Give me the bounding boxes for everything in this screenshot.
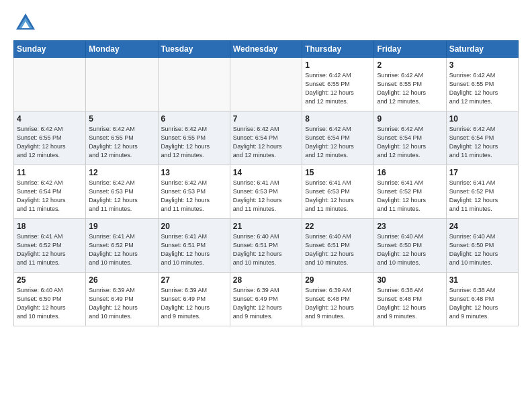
day-info: Sunrise: 6:42 AM Sunset: 6:55 PM Dayligh… — [449, 71, 515, 106]
day-number: 20 — [161, 222, 227, 231]
day-number: 7 — [233, 114, 299, 124]
calendar-week-1: 1Sunrise: 6:42 AM Sunset: 6:55 PM Daylig… — [14, 58, 519, 111]
calendar-cell: 13Sunrise: 6:42 AM Sunset: 6:53 PM Dayli… — [158, 165, 230, 219]
day-info: Sunrise: 6:40 AM Sunset: 6:50 PM Dayligh… — [17, 286, 83, 321]
day-info: Sunrise: 6:42 AM Sunset: 6:55 PM Dayligh… — [161, 125, 227, 160]
calendar-cell: 2Sunrise: 6:42 AM Sunset: 6:55 PM Daylig… — [374, 58, 446, 111]
calendar-cell: 29Sunrise: 6:39 AM Sunset: 6:48 PM Dayli… — [302, 273, 374, 326]
day-number: 4 — [17, 114, 83, 124]
calendar-cell: 23Sunrise: 6:40 AM Sunset: 6:50 PM Dayli… — [374, 219, 446, 273]
day-info: Sunrise: 6:41 AM Sunset: 6:51 PM Dayligh… — [161, 232, 227, 267]
calendar-cell: 26Sunrise: 6:39 AM Sunset: 6:49 PM Dayli… — [86, 273, 158, 326]
day-number: 19 — [89, 222, 154, 231]
day-info: Sunrise: 6:42 AM Sunset: 6:54 PM Dayligh… — [449, 125, 515, 160]
calendar-cell: 11Sunrise: 6:42 AM Sunset: 6:54 PM Dayli… — [14, 165, 86, 219]
page: Sunday Monday Tuesday Wednesday Thursday… — [0, 0, 532, 411]
day-number: 9 — [377, 114, 443, 124]
col-tuesday: Tuesday — [158, 41, 230, 58]
day-info: Sunrise: 6:42 AM Sunset: 6:54 PM Dayligh… — [233, 125, 299, 160]
day-number: 28 — [233, 275, 299, 285]
day-number: 3 — [449, 60, 515, 70]
day-number: 14 — [233, 168, 299, 177]
day-number: 30 — [377, 275, 443, 285]
day-number: 6 — [161, 114, 227, 124]
day-info: Sunrise: 6:42 AM Sunset: 6:54 PM Dayligh… — [17, 179, 83, 214]
day-number: 18 — [17, 222, 83, 231]
day-info: Sunrise: 6:38 AM Sunset: 6:48 PM Dayligh… — [377, 286, 443, 321]
day-number: 1 — [305, 60, 371, 70]
day-number: 29 — [305, 275, 371, 285]
day-info: Sunrise: 6:42 AM Sunset: 6:55 PM Dayligh… — [17, 125, 83, 160]
day-info: Sunrise: 6:41 AM Sunset: 6:52 PM Dayligh… — [89, 232, 154, 267]
calendar-cell: 1Sunrise: 6:42 AM Sunset: 6:55 PM Daylig… — [302, 58, 374, 111]
calendar-cell: 12Sunrise: 6:42 AM Sunset: 6:53 PM Dayli… — [86, 165, 158, 219]
col-monday: Monday — [86, 41, 158, 58]
day-number: 5 — [89, 114, 154, 124]
day-number: 16 — [377, 168, 443, 177]
header — [13, 11, 519, 35]
col-wednesday: Wednesday — [230, 41, 302, 58]
day-info: Sunrise: 6:42 AM Sunset: 6:55 PM Dayligh… — [89, 125, 154, 160]
day-number: 2 — [377, 60, 443, 70]
calendar-cell: 24Sunrise: 6:40 AM Sunset: 6:50 PM Dayli… — [446, 219, 518, 273]
calendar-table: Sunday Monday Tuesday Wednesday Thursday… — [13, 40, 519, 326]
calendar-cell: 17Sunrise: 6:41 AM Sunset: 6:52 PM Dayli… — [446, 165, 518, 219]
day-info: Sunrise: 6:38 AM Sunset: 6:48 PM Dayligh… — [449, 286, 515, 321]
day-info: Sunrise: 6:41 AM Sunset: 6:52 PM Dayligh… — [449, 179, 515, 214]
day-number: 15 — [305, 168, 371, 177]
calendar-cell: 3Sunrise: 6:42 AM Sunset: 6:55 PM Daylig… — [446, 58, 518, 111]
calendar-cell: 27Sunrise: 6:39 AM Sunset: 6:49 PM Dayli… — [158, 273, 230, 326]
day-info: Sunrise: 6:40 AM Sunset: 6:50 PM Dayligh… — [377, 232, 443, 267]
day-number: 26 — [89, 275, 154, 285]
calendar-cell: 5Sunrise: 6:42 AM Sunset: 6:55 PM Daylig… — [86, 111, 158, 165]
day-info: Sunrise: 6:39 AM Sunset: 6:48 PM Dayligh… — [305, 286, 371, 321]
calendar-cell: 21Sunrise: 6:40 AM Sunset: 6:51 PM Dayli… — [230, 219, 302, 273]
day-number: 12 — [89, 168, 154, 177]
day-number: 8 — [305, 114, 371, 124]
calendar-cell: 28Sunrise: 6:39 AM Sunset: 6:49 PM Dayli… — [230, 273, 302, 326]
calendar-cell: 9Sunrise: 6:42 AM Sunset: 6:54 PM Daylig… — [374, 111, 446, 165]
day-info: Sunrise: 6:40 AM Sunset: 6:51 PM Dayligh… — [233, 232, 299, 267]
calendar-week-4: 18Sunrise: 6:41 AM Sunset: 6:52 PM Dayli… — [14, 219, 519, 273]
calendar-cell: 30Sunrise: 6:38 AM Sunset: 6:48 PM Dayli… — [374, 273, 446, 326]
calendar-header-row: Sunday Monday Tuesday Wednesday Thursday… — [14, 41, 519, 58]
day-info: Sunrise: 6:42 AM Sunset: 6:54 PM Dayligh… — [305, 125, 371, 160]
calendar-cell — [230, 58, 302, 111]
day-info: Sunrise: 6:39 AM Sunset: 6:49 PM Dayligh… — [161, 286, 227, 321]
calendar-week-5: 25Sunrise: 6:40 AM Sunset: 6:50 PM Dayli… — [14, 273, 519, 326]
day-info: Sunrise: 6:42 AM Sunset: 6:54 PM Dayligh… — [377, 125, 443, 160]
calendar-cell: 19Sunrise: 6:41 AM Sunset: 6:52 PM Dayli… — [86, 219, 158, 273]
day-number: 23 — [377, 222, 443, 231]
calendar-cell: 25Sunrise: 6:40 AM Sunset: 6:50 PM Dayli… — [14, 273, 86, 326]
calendar-cell — [158, 58, 230, 111]
calendar-cell: 16Sunrise: 6:41 AM Sunset: 6:52 PM Dayli… — [374, 165, 446, 219]
col-saturday: Saturday — [446, 41, 518, 58]
col-sunday: Sunday — [14, 41, 86, 58]
day-info: Sunrise: 6:39 AM Sunset: 6:49 PM Dayligh… — [89, 286, 154, 321]
day-info: Sunrise: 6:40 AM Sunset: 6:51 PM Dayligh… — [305, 232, 371, 267]
calendar-cell — [86, 58, 158, 111]
calendar-cell: 8Sunrise: 6:42 AM Sunset: 6:54 PM Daylig… — [302, 111, 374, 165]
day-number: 31 — [449, 275, 515, 285]
day-number: 21 — [233, 222, 299, 231]
day-info: Sunrise: 6:39 AM Sunset: 6:49 PM Dayligh… — [233, 286, 299, 321]
calendar-cell: 6Sunrise: 6:42 AM Sunset: 6:55 PM Daylig… — [158, 111, 230, 165]
day-info: Sunrise: 6:41 AM Sunset: 6:53 PM Dayligh… — [233, 179, 299, 214]
day-number: 24 — [449, 222, 515, 231]
calendar-cell: 18Sunrise: 6:41 AM Sunset: 6:52 PM Dayli… — [14, 219, 86, 273]
day-number: 25 — [17, 275, 83, 285]
calendar-cell: 4Sunrise: 6:42 AM Sunset: 6:55 PM Daylig… — [14, 111, 86, 165]
day-info: Sunrise: 6:42 AM Sunset: 6:53 PM Dayligh… — [161, 179, 227, 214]
day-number: 22 — [305, 222, 371, 231]
calendar-cell: 31Sunrise: 6:38 AM Sunset: 6:48 PM Dayli… — [446, 273, 518, 326]
calendar-cell: 10Sunrise: 6:42 AM Sunset: 6:54 PM Dayli… — [446, 111, 518, 165]
day-info: Sunrise: 6:41 AM Sunset: 6:53 PM Dayligh… — [305, 179, 371, 214]
col-friday: Friday — [374, 41, 446, 58]
day-info: Sunrise: 6:42 AM Sunset: 6:55 PM Dayligh… — [377, 71, 443, 106]
col-thursday: Thursday — [302, 41, 374, 58]
calendar-cell: 22Sunrise: 6:40 AM Sunset: 6:51 PM Dayli… — [302, 219, 374, 273]
calendar-cell — [14, 58, 86, 111]
calendar-week-3: 11Sunrise: 6:42 AM Sunset: 6:54 PM Dayli… — [14, 165, 519, 219]
calendar-cell: 14Sunrise: 6:41 AM Sunset: 6:53 PM Dayli… — [230, 165, 302, 219]
day-info: Sunrise: 6:42 AM Sunset: 6:55 PM Dayligh… — [305, 71, 371, 106]
